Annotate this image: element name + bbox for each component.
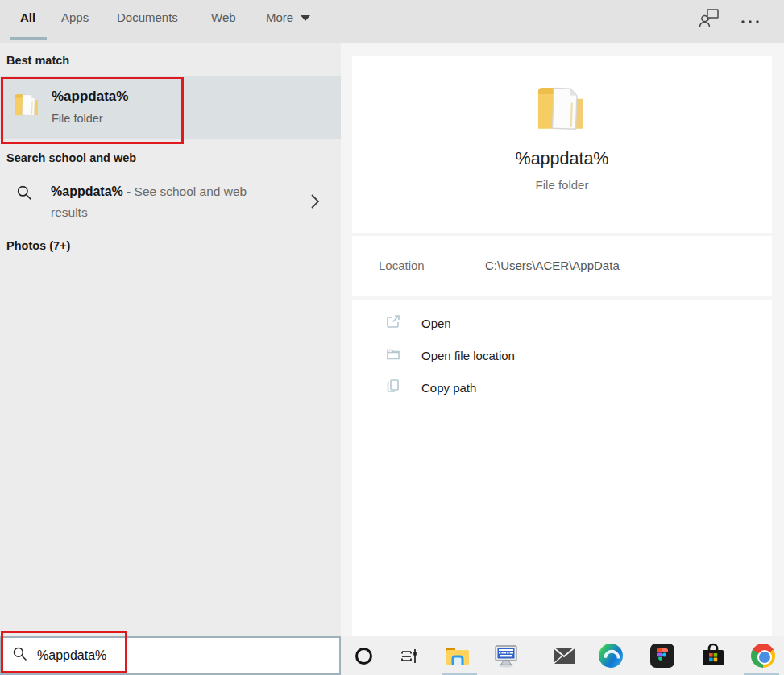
preview-location-card: Location C:\Users\ACER\AppData [352,236,772,296]
tab-all[interactable]: All [20,10,35,24]
preview-title: %appdata% [516,149,609,169]
search-input-bar[interactable] [0,636,341,675]
figma-icon[interactable] [649,643,675,669]
on-screen-keyboard-icon[interactable] [493,643,519,669]
edge-icon[interactable] [598,643,624,669]
tweak-slider-icon[interactable] [396,643,421,669]
microsoft-store-icon[interactable] [700,643,726,669]
taskbar [341,636,784,675]
folder-document-icon [12,89,43,119]
tab-more[interactable]: More [266,10,310,24]
tab-more-label: More [266,10,293,24]
copy-icon [385,378,401,397]
action-open-file-location[interactable]: Open file location [352,339,772,371]
tab-apps[interactable]: Apps [61,10,89,24]
mail-icon[interactable] [551,643,577,669]
preview-header-card: %appdata% File folder [352,56,772,233]
folder-document-icon [533,77,592,136]
search-icon [16,184,33,205]
location-label: Location [379,259,425,272]
tab-documents[interactable]: Documents [117,10,178,24]
open-external-icon [385,313,401,333]
windows-search-flyout: All Apps Documents Web More Best match [0,0,784,675]
search-results-panel: Best match %appdata% File folder Search … [0,43,341,675]
web-search-heading: Search school and web [6,151,136,164]
preview-actions-card: Open Open file location Copy path [352,300,772,636]
chrome-icon[interactable] [750,643,776,669]
feedback-icon[interactable] [699,7,720,31]
web-result-query: %appdata% [51,184,123,198]
search-input[interactable] [37,648,339,663]
best-match-result-row[interactable]: %appdata% File folder [0,76,341,139]
cortana-icon[interactable] [351,643,376,669]
photos-heading: Photos (7+) [6,239,70,252]
tab-web[interactable]: Web [211,10,236,24]
action-open-label: Open [421,317,451,330]
active-tab-underline [10,37,47,40]
chevron-right-icon[interactable] [310,193,320,213]
action-open[interactable]: Open [352,307,772,339]
action-copy-path[interactable]: Copy path [352,371,772,404]
best-match-type: File folder [52,112,103,125]
action-copy-path-label: Copy path [421,381,476,395]
dropdown-arrow-icon [301,15,310,21]
search-icon [12,646,28,665]
more-options-icon[interactable] [740,13,760,27]
action-open-file-location-label: Open file location [421,349,515,362]
web-search-result-row[interactable]: %appdata% - See school and web results [0,179,341,237]
folder-outline-icon [385,346,401,365]
search-filter-tabbar: All Apps Documents Web More [0,0,784,43]
file-explorer-icon[interactable] [445,643,471,669]
best-match-heading: Best match [6,54,69,67]
preview-panel: %appdata% File folder Location C:\Users\… [341,43,784,636]
preview-type: File folder [536,178,589,192]
best-match-title: %appdata% [52,89,128,105]
location-path-link[interactable]: C:\Users\ACER\AppData [485,259,620,272]
